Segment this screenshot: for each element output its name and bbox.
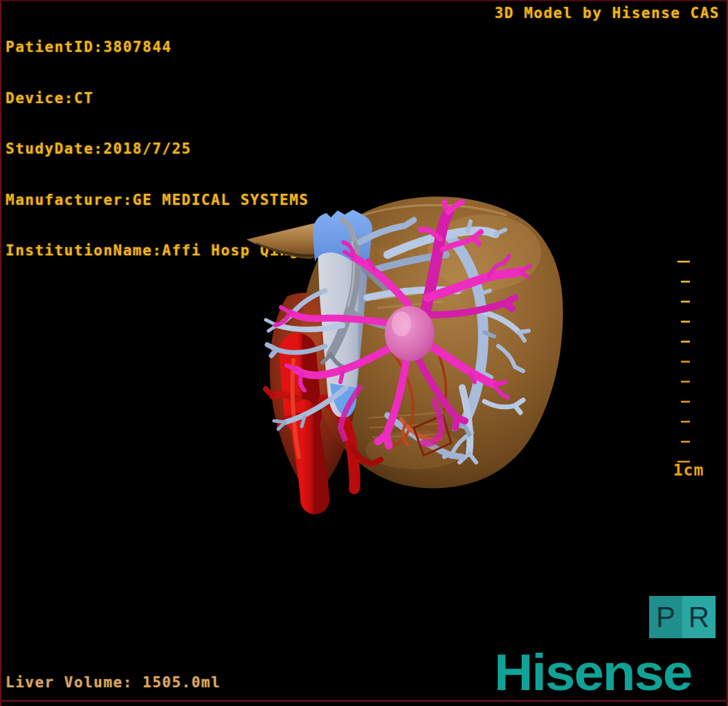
scale-bar bbox=[668, 256, 709, 471]
orientation-p-cell: P bbox=[649, 596, 682, 638]
frame-border-left bbox=[0, 0, 1, 706]
liver-3d-viewport[interactable] bbox=[235, 185, 581, 519]
frame-border-bottom bbox=[0, 700, 728, 702]
orientation-r-cell: R bbox=[682, 596, 716, 638]
patient-id-line: PatientID:3807844 bbox=[6, 39, 456, 56]
viewer-window: { "header": { "title": "3D Model by Hise… bbox=[0, 0, 728, 706]
liver-volume-readout: Liver Volume: 1505.0ml bbox=[6, 674, 221, 691]
portal-vein-hub bbox=[385, 306, 435, 361]
orientation-pr-marker: P R bbox=[649, 596, 716, 638]
viewer-title: 3D Model by Hisense CAS bbox=[495, 5, 720, 21]
frame-border-top bbox=[0, 0, 728, 1]
device-line: Device:CT bbox=[6, 90, 456, 107]
scale-bar-label: 1cm bbox=[666, 461, 711, 479]
scale-bar-ticks bbox=[677, 262, 690, 462]
hisense-logo: Hisense bbox=[494, 651, 728, 698]
study-date-line: StudyDate:2018/7/25 bbox=[6, 141, 456, 158]
